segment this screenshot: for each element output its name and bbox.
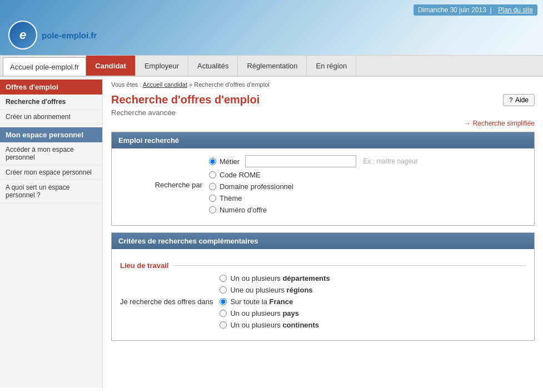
radio-france-row: Sur toute la France (220, 297, 330, 306)
radio-france[interactable] (220, 298, 227, 305)
nav-employeur[interactable]: Employeur (136, 56, 188, 76)
sidebar-item-creer-espace[interactable]: Créer mon espace personnel (0, 165, 102, 180)
aide-icon: ? (509, 96, 513, 104)
radio-theme[interactable] (209, 195, 216, 202)
content-wrapper: Offres d'emploi Recherche d'offres Créer… (0, 77, 543, 388)
radio-numero-label[interactable]: Numéro d'offre (220, 206, 267, 214)
nav-candidat[interactable]: Candidat (86, 56, 136, 76)
radio-numero-row: Numéro d'offre (209, 206, 418, 214)
recherche-par-label: Recherche par (120, 181, 209, 189)
radio-metier-row: Métier Ex : maître nageur (209, 155, 418, 167)
radio-regions[interactable] (220, 286, 227, 294)
radio-code-rome-row: Code ROME (209, 171, 418, 179)
metier-input[interactable] (245, 155, 356, 167)
metier-placeholder: Ex : maître nageur (363, 157, 418, 165)
nav-actualites[interactable]: Actualités (188, 56, 238, 76)
main-nav: Accueil pole-emploi.fr Candidat Employeu… (0, 56, 543, 77)
nav-en-region[interactable]: En région (307, 56, 356, 76)
lieu-travail-divider: Lieu de travail (120, 261, 526, 270)
je-recherche-label: Je recherche des offres dans (120, 297, 220, 306)
radio-pays[interactable] (220, 310, 227, 317)
radio-numero[interactable] (209, 206, 216, 214)
radio-continents[interactable] (220, 321, 227, 329)
radio-metier-label[interactable]: Métier (220, 157, 240, 166)
divider-line (173, 265, 526, 266)
radio-code-rome-label[interactable]: Code ROME (220, 171, 261, 179)
radio-code-rome[interactable] (209, 171, 216, 178)
plan-du-site-link[interactable]: Plan du site (498, 6, 533, 14)
radio-regions-label[interactable]: Une ou plusieurs régions (230, 286, 312, 294)
aide-label: Aide (515, 96, 529, 104)
logo-area: e pole-emploi.fr (8, 21, 97, 49)
sidebar-section-offres: Offres d'emploi (0, 80, 102, 95)
radio-continents-label[interactable]: Un ou plusieurs continents (230, 321, 319, 329)
radio-group-recherche: Métier Ex : maître nageur Code ROME Doma… (209, 155, 418, 214)
date-text: Dimanche 30 juin 2013 (418, 6, 486, 14)
radio-metier[interactable] (209, 158, 216, 165)
radio-pays-label[interactable]: Un ou plusieurs pays (230, 309, 299, 317)
section-criteres-header: Critères de recherches complémentaires (112, 233, 534, 249)
radio-departements[interactable] (220, 275, 227, 282)
radio-pays-row: Un ou plusieurs pays (220, 309, 330, 317)
date-bar: Dimanche 30 juin 2013 | Plan du site (414, 4, 537, 16)
section-criteres-body: Lieu de travail Je recherche des offres … (112, 249, 534, 340)
main-content: Vous êtes : Accueil candidat » Recherche… (103, 77, 543, 388)
radio-france-label[interactable]: Sur toute la France (230, 297, 293, 306)
breadcrumb: Vous êtes : Accueil candidat » Recherche… (111, 81, 535, 88)
radio-departements-row: Un ou plusieurs départements (220, 274, 330, 282)
page-title-row: Recherche d'offres d'emploi ? Aide (111, 93, 535, 106)
nav-accueil[interactable]: Accueil pole-emploi.fr (3, 57, 86, 76)
radio-departements-label[interactable]: Un ou plusieurs départements (230, 274, 330, 282)
radio-continents-row: Un ou plusieurs continents (220, 321, 330, 329)
logo-icon[interactable]: e (8, 21, 37, 49)
radio-domaine-label[interactable]: Domaine professionnel (220, 182, 293, 191)
section-emploi-header: Emploi recherché (112, 132, 534, 148)
section-criteres: Critères de recherches complémentaires L… (111, 232, 535, 341)
header: Dimanche 30 juin 2013 | Plan du site e p… (0, 0, 543, 56)
breadcrumb-link[interactable]: Accueil candidat (143, 81, 187, 88)
recherche-par-row: Recherche par Métier Ex : maître nageur … (120, 155, 526, 214)
sidebar-section-espace: Mon espace personnel (0, 127, 102, 142)
radio-regions-row: Une ou plusieurs régions (220, 286, 330, 294)
sidebar-item-a-quoi-sert[interactable]: A quoi sert un espace personnel ? (0, 180, 102, 203)
radio-domaine-row: Domaine professionnel (209, 182, 418, 191)
sidebar-item-recherche-offres[interactable]: Recherche d'offres (0, 95, 102, 110)
radio-theme-label[interactable]: Thème (220, 194, 242, 202)
logo-text: pole-emploi.fr (42, 31, 97, 40)
radio-group-lieu: Un ou plusieurs départements Une ou plus… (220, 274, 330, 329)
nav-reglementation[interactable]: Réglementation (238, 56, 307, 76)
subtitle: Recherche avancée (111, 108, 535, 117)
sidebar-item-creer-abonnement[interactable]: Créer un abonnement (0, 110, 102, 125)
recherche-simplifiee-link[interactable]: → Recherche simplifiée (111, 120, 535, 127)
sidebar: Offres d'emploi Recherche d'offres Créer… (0, 77, 103, 388)
radio-theme-row: Thème (209, 194, 418, 202)
section-emploi: Emploi recherché Recherche par Métier Ex… (111, 132, 535, 226)
radio-domaine[interactable] (209, 183, 216, 190)
aide-button[interactable]: ? Aide (503, 94, 535, 106)
section-emploi-body: Recherche par Métier Ex : maître nageur … (112, 148, 534, 225)
lieu-form-row: Je recherche des offres dans Un ou plusi… (120, 274, 526, 329)
sidebar-item-acceder-espace[interactable]: Accéder à mon espace personnel (0, 142, 102, 165)
page-title: Recherche d'offres d'emploi (111, 93, 260, 106)
lieu-travail-label: Lieu de travail (120, 261, 168, 270)
